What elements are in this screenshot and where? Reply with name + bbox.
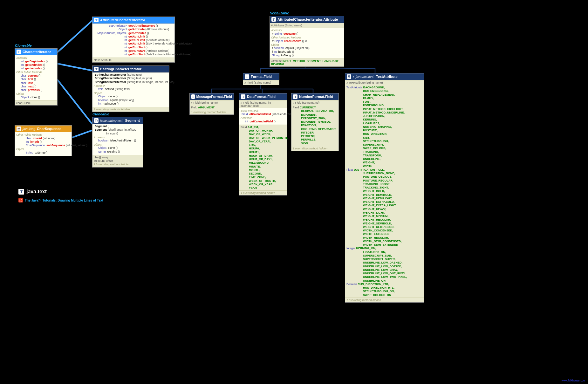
tutorial-link[interactable]: The Java™ Tutorials: Drawing Multiple Li… [25, 199, 103, 202]
tutorial-link-row: ◯ The Java™ Tutorials: Drawing Multiple … [18, 198, 103, 202]
footer: Attribute INPUT_METHOD_SEGMENT, LANGUAGE… [270, 58, 344, 66]
class-char-sequence[interactable]: ☕java.langCharSequence Other Public Meth… [15, 125, 72, 156]
title: Ttjavax.swing.text.Segment [92, 117, 143, 124]
hidden-note: 1 overriding method hidden [239, 190, 287, 195]
svg-line-0 [57, 21, 92, 52]
class-number-format-field[interactable]: TNumberFormat.Field # Field (String name… [291, 93, 339, 151]
svg-line-2 [57, 79, 92, 124]
class-icon: 𝔄 [347, 74, 351, 79]
stereotype-cloneable: Cloneable [92, 112, 109, 116]
footer: char[] array int count, offset 12 overri… [92, 155, 143, 167]
footer: Field AM_PM,DAY_OF_MONTH,DAY_OF_WEEK,DAY… [239, 125, 287, 191]
title: TFormat.Field [243, 73, 279, 80]
class-string-character-iterator[interactable]: TꜰStringCharacterIterator StringCharacte… [92, 65, 169, 112]
class-icon: T [241, 94, 245, 99]
title: TCharacterIterator [15, 49, 57, 55]
title: TDateFormat.Field [239, 93, 287, 100]
title: TAttributedCharacterIterator [92, 17, 174, 24]
svg-line-1 [57, 64, 92, 71]
svg-line-3 [70, 130, 92, 138]
class-icon: T [271, 17, 276, 22]
package-title: T java.text [18, 189, 47, 195]
title: TNumberFormat.Field [291, 93, 338, 100]
class-date-format-field[interactable]: TDateFormat.Field # Field (String name, … [239, 93, 287, 195]
hidden-note: 1 overriding method hidden [345, 298, 424, 302]
stereotype-serializable: Serializable [270, 11, 289, 15]
class-icon: T [191, 94, 195, 99]
footer: char DONE [15, 100, 57, 105]
footer: class Attribute [92, 58, 174, 62]
class-attributed-character-iterator[interactable]: TAttributedCharacterIterator Set<Attribu… [92, 17, 175, 63]
body: Accessor# String getName ()Other Protect… [270, 28, 344, 58]
title: TMessageFormat.Field [190, 93, 234, 100]
hidden-note: 1 overriding method hidden [291, 146, 338, 151]
class-icon: T [245, 74, 249, 79]
title: TꜰStringCharacterIterator [92, 66, 169, 72]
body: Set<Attribute> getAllAttributeKeys ()Obj… [92, 24, 174, 58]
class-format-field[interactable]: TFormat.Field # Field (String name) [243, 73, 279, 85]
footer: TextAttribute BACKGROUND,BIDI_EMBEDDING,… [345, 85, 424, 298]
class-segment[interactable]: Cloneable Ttjavax.swing.text.Segment Seg… [92, 117, 143, 168]
class-icon: Tt [94, 118, 99, 123]
oracle-icon: ◯ [18, 198, 23, 202]
stereotype-cloneable: Cloneable [15, 44, 32, 47]
interface-icon: T [94, 18, 99, 22]
body: Segment ()Segment (char[] array, int off… [92, 124, 143, 155]
body: Other Public Methodschar charAt (int ind… [15, 132, 72, 156]
body: Static MethodsField ofCalendarField (int… [239, 108, 287, 125]
class-character-iterator[interactable]: Cloneable TCharacterIterator Accessorint… [15, 48, 58, 106]
title: 𝔄ꜰjava.awt.font.TextAttribute [345, 73, 424, 80]
site-link[interactable]: www.falkhausen.de [562, 379, 585, 382]
body: Accessorint getBeginIndex ()int getEndIn… [15, 55, 57, 100]
title: TAttributedCharacterIterator.Attribute [270, 16, 344, 23]
body: StringCharacterIterator (String text)Str… [92, 72, 169, 107]
ctor: # TextAttribute (String name) [345, 80, 424, 85]
hidden-note: 9 overriding methods hidden [92, 107, 169, 112]
ctor: # Field (String name) [243, 80, 279, 85]
class-text-attribute[interactable]: 𝔄ꜰjava.awt.font.TextAttribute # TextAttr… [345, 73, 424, 303]
footer: Field CURRENCY,DECIMAL_SEPARATOR,EXPONEN… [291, 105, 338, 146]
class-message-format-field[interactable]: TMessageFormat.Field # Field (String nam… [189, 93, 234, 115]
package-icon: T [18, 189, 24, 195]
interface-icon: T [17, 50, 21, 54]
ctor: # Field (String name) [291, 100, 338, 105]
title: ☕java.langCharSequence [15, 126, 72, 132]
ctor: # Attribute (String name) [270, 23, 344, 28]
class-icon: T [293, 94, 297, 99]
ctor: # Field (String name) [190, 100, 234, 105]
ctor: # Field (String name, int calendarField) [239, 100, 287, 108]
class-icon: T [94, 67, 99, 71]
hidden-note: 1 overriding method hidden [190, 110, 234, 114]
class-icon: ☕ [17, 127, 21, 131]
class-attribute[interactable]: Serializable TAttributedCharacterIterato… [270, 16, 344, 67]
footer: Field ARGUMENT [190, 105, 234, 110]
